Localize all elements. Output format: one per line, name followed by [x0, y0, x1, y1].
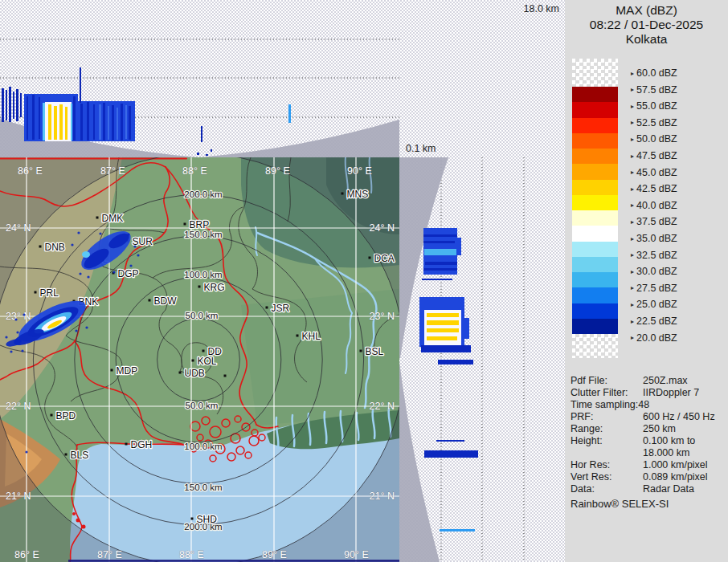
legend-label: ▸22.5 dBZ [631, 316, 677, 327]
radar-echo-speck [85, 326, 88, 328]
city-label: SHD [197, 514, 218, 525]
range-ring-label: 50.0 km [186, 401, 219, 410]
range-ring-label: 50.0 km [186, 311, 219, 320]
legend-arrow-icon: ▸ [631, 103, 634, 110]
radar-echo-bar [54, 106, 57, 140]
lon-label-bottom: 90° E [344, 549, 369, 560]
radar-echo-bar [71, 104, 72, 140]
range-ring-label: 150.0 km [184, 230, 222, 239]
radar-map[interactable]: 200.0 km150.0 km100.0 km50.0 km50.0 km10… [0, 153, 405, 562]
city-label: MNS [347, 189, 369, 200]
city-label: PRL [40, 287, 59, 299]
lat-label-left: 24° N [6, 222, 31, 234]
radar-echo-bar [423, 234, 457, 237]
legend-arrow-icon: ▸ [631, 284, 634, 291]
metadata-row: Range:250 km [571, 423, 725, 435]
info-panel: MAX (dBZ) 08:22 / 01-Dec-2025 Kolkata ▸6… [565, 0, 728, 562]
range-ring-label: 150.0 km [184, 483, 222, 492]
legend-label: ▸35.0 dBZ [631, 233, 677, 244]
radar-echo-bar [103, 103, 105, 140]
radar-echo-bar [129, 106, 131, 140]
city-dot [369, 257, 371, 259]
legend-arrow-icon: ▸ [631, 153, 634, 160]
legend-arrow-icon: ▸ [631, 169, 634, 176]
legend-band [572, 87, 618, 102]
legend-band [572, 102, 618, 117]
radar-echo-bar [112, 105, 114, 140]
legend-label: ▸32.5 dBZ [631, 250, 677, 261]
legend-band [572, 133, 618, 149]
legend-arrow-icon: ▸ [631, 318, 634, 325]
radar-echo-bar [125, 105, 127, 139]
metadata-row: Time sampling:48 [571, 399, 725, 411]
legend-label: ▸55.0 dBZ [631, 100, 677, 112]
city-dot [198, 286, 201, 288]
city-label: DNB [45, 242, 65, 253]
city-dot [202, 350, 205, 352]
radar-echo-bar [424, 450, 478, 458]
legend-band [572, 118, 618, 133]
radar-echo-bar [427, 320, 459, 325]
radar-echo-speck [16, 331, 18, 333]
height-axis-max-label: 18.0 km [482, 3, 559, 14]
legend-arrow-icon: ▸ [631, 251, 634, 259]
legend-band [572, 195, 618, 210]
city-dot [297, 335, 299, 337]
city-dot [191, 518, 194, 520]
radar-echo-bar [80, 67, 81, 103]
city-label: DCA [374, 253, 395, 264]
city-marker [224, 375, 227, 377]
radar-echo-bar [425, 262, 457, 265]
radar-echo-bar [423, 268, 457, 271]
legend-arrow-icon: ▸ [631, 218, 634, 226]
radar-echo [82, 251, 90, 258]
city-label: DMK [102, 213, 124, 224]
range-ring-label: 100.0 km [184, 270, 222, 279]
radar-echo-speck [79, 272, 81, 275]
radar-echo-speck [22, 313, 25, 316]
side-projection-panel[interactable] [399, 157, 524, 562]
radar-echo-bar [427, 336, 457, 340]
legend-label: ▸52.5 dBZ [631, 117, 677, 128]
legend-label: ▸45.0 dBZ [631, 167, 677, 178]
legend-band [572, 272, 618, 287]
radar-echo-bar [427, 313, 459, 317]
radar-echo-speck [133, 245, 136, 247]
radar-echo-bar [463, 318, 469, 339]
lon-label-bottom: 88° E [179, 549, 204, 560]
top-projection-panel[interactable] [0, 39, 399, 157]
metadata-panel: Pdf File:250Z.maxClutter Filter:IIRDoppl… [571, 375, 725, 495]
radar-echo-bar [93, 104, 95, 140]
radar-echo-speck [87, 275, 89, 278]
radar-echo-speck [112, 271, 115, 273]
lon-label-bottom: 89° E [262, 549, 287, 560]
metadata-row: Height:0.100 km to 18.000 km [571, 435, 725, 459]
radar-echo-bar [6, 90, 7, 120]
metadata-row: Pdf File:250Z.max [571, 375, 725, 387]
radar-echo-bar [20, 93, 22, 117]
legend-label: ▸40.0 dBZ [631, 200, 677, 211]
lon-label-top: 89° E [265, 165, 290, 177]
legend-arrow-icon: ▸ [631, 136, 634, 143]
legend-checker-bottom [572, 334, 618, 358]
radar-echo-bar [43, 103, 45, 140]
city-label: DGP [118, 268, 139, 279]
legend-arrow-icon: ▸ [631, 70, 634, 77]
legend-arrow-icon: ▸ [631, 268, 634, 275]
metadata-row: PRF:600 Hz / 450 Hz [571, 411, 725, 423]
legend-band [572, 287, 618, 303]
radar-echo-bar [211, 149, 212, 152]
legend-arrow-icon: ▸ [631, 301, 634, 308]
city-dot [111, 369, 113, 372]
radar-echo-bar [422, 279, 452, 280]
radar-echo-bar [2, 88, 4, 122]
city-label: BPD [56, 410, 76, 422]
legend-label: ▸47.5 dBZ [631, 150, 677, 161]
legend-label: ▸27.5 dBZ [631, 283, 677, 294]
legend-arrow-icon: ▸ [631, 86, 634, 93]
metadata-row: Vert Res:0.089 km/pixel [571, 471, 725, 483]
range-ring-label: 100.0 km [184, 442, 222, 451]
radar-echo-bar [201, 126, 202, 142]
height-axis-min-label: 0.1 km [406, 143, 436, 154]
product-title: MAX (dBZ) [565, 3, 728, 18]
